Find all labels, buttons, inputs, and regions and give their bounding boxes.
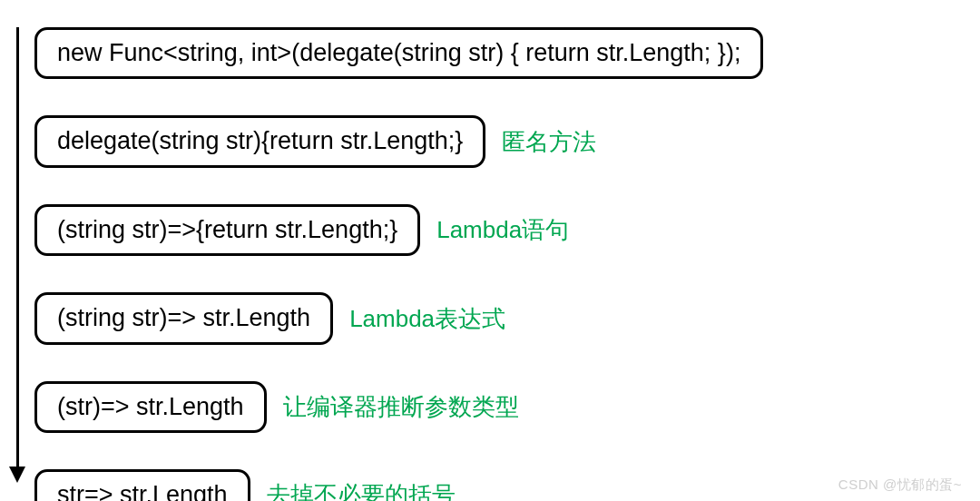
list-item: new Func<string, int>(delegate(string st… xyxy=(34,27,980,79)
row-label: 匿名方法 xyxy=(502,126,596,158)
list-item: (string str)=>{return str.Length;} Lambd… xyxy=(34,204,980,256)
diagram-container: new Func<string, int>(delegate(string st… xyxy=(0,0,980,501)
code-box: new Func<string, int>(delegate(string st… xyxy=(34,27,763,79)
code-box: (string str)=>{return str.Length;} xyxy=(34,204,420,256)
code-box: delegate(string str){return str.Length;} xyxy=(34,115,485,167)
progression-arrow-head xyxy=(9,467,25,483)
code-box: (str)=> str.Length xyxy=(34,381,267,433)
list-item: delegate(string str){return str.Length;}… xyxy=(34,115,980,167)
code-box: str=> str.Length xyxy=(34,469,250,501)
row-label: 让编译器推断参数类型 xyxy=(283,391,519,423)
row-label: Lambda表达式 xyxy=(349,303,505,335)
rows-list: new Func<string, int>(delegate(string st… xyxy=(34,27,980,501)
row-label: 去掉不必要的括号 xyxy=(267,479,456,501)
progression-arrow-line xyxy=(16,27,19,472)
list-item: (str)=> str.Length 让编译器推断参数类型 xyxy=(34,381,980,433)
code-box: (string str)=> str.Length xyxy=(34,292,333,344)
list-item: (string str)=> str.Length Lambda表达式 xyxy=(34,292,980,344)
row-label: Lambda语句 xyxy=(436,214,569,246)
watermark-text: CSDN @忧郁的蛋~ xyxy=(838,476,962,494)
